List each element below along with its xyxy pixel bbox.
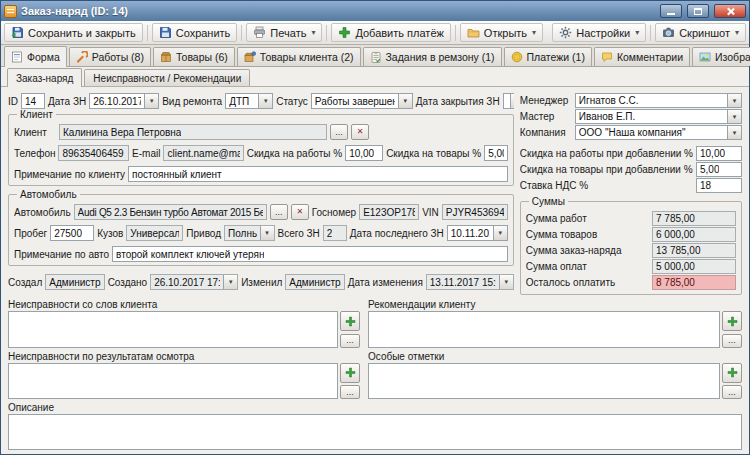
id-label: ID	[8, 96, 18, 107]
vat-field[interactable]: 18	[696, 178, 742, 193]
print-button[interactable]: Печать ▾	[246, 23, 322, 42]
car-name-field[interactable]: Audi Q5 2.3 Бензин турбо Автомат 2015 Бе…	[74, 204, 267, 220]
inspection-faults-textarea[interactable]	[8, 363, 338, 400]
car-lookup-button[interactable]: ...	[270, 204, 288, 220]
phone-value: 89635406459	[62, 148, 123, 159]
screenshot-button[interactable]: Скриншот ▾	[655, 23, 746, 42]
company-field[interactable]: ООО "Наша компания"▾	[575, 125, 742, 140]
dropdown-arrow-icon[interactable]: ▾	[144, 94, 158, 108]
settings-button[interactable]: Настройки ▾	[552, 23, 646, 42]
close-button[interactable]	[714, 4, 746, 18]
tab-comments[interactable]: Комментарии	[594, 47, 690, 66]
client-lookup-button[interactable]: ...	[330, 124, 348, 140]
form-top-section: ID 14 Дата ЗН 26.10.2017▾ Вид ремонта ДТ…	[8, 93, 742, 295]
tab-images[interactable]: Изображения	[692, 47, 750, 66]
tab-label: Комментарии	[617, 51, 683, 63]
dropdown-arrow-icon[interactable]: ▾	[258, 94, 272, 108]
master-field[interactable]: Иванов Е.П.▾	[575, 109, 742, 124]
dropdown-arrow-icon[interactable]: ▾	[727, 126, 741, 139]
client-clear-button[interactable]: ✕	[351, 124, 369, 140]
status-field[interactable]: Работы завершены▾	[311, 93, 413, 109]
add-client-fault-button[interactable]	[340, 311, 360, 331]
tab-form[interactable]: Форма	[4, 46, 67, 67]
total-orders-field[interactable]: 2	[323, 225, 347, 241]
id-field[interactable]: 14	[21, 93, 45, 109]
client-name-field[interactable]: Калинина Вера Петровна	[59, 124, 327, 140]
body-field[interactable]: Универсал	[126, 225, 183, 241]
created-by-field[interactable]: Администратор	[45, 274, 104, 290]
close-date-field[interactable]: ▾	[503, 93, 514, 109]
vin-field[interactable]: PJYR4536942	[442, 204, 508, 220]
phone-field[interactable]: 89635406459	[58, 145, 129, 161]
created-at-field[interactable]: 26.10.2017 17:04▾	[150, 274, 238, 290]
dropdown-arrow-icon[interactable]: ▾	[260, 226, 274, 240]
client-name-value: Калинина Вера Петровна	[63, 127, 181, 138]
drive-field[interactable]: Полный▾	[224, 225, 274, 241]
recommendations-buttons: ...	[722, 311, 742, 348]
client-goods-discount-label: Скидка на товары %	[386, 148, 481, 159]
modified-by-field[interactable]: Администратор	[285, 274, 344, 290]
dropdown-arrow-icon[interactable]: ▾	[493, 226, 507, 240]
client-work-discount-field[interactable]: 10,00	[345, 145, 383, 161]
works-sum-value: 7 785,00	[656, 213, 695, 224]
box-icon	[160, 51, 172, 63]
default-goods-discount-field[interactable]: 5,00	[696, 162, 742, 177]
dropdown-arrow-icon[interactable]: ▾	[499, 275, 513, 289]
description-textarea[interactable]	[8, 414, 742, 450]
client-goods-discount-field[interactable]: 5,00	[484, 145, 508, 161]
plus-icon	[727, 316, 738, 327]
window: Заказ-наряд (ID: 14) Сохранить и закрыть…	[0, 0, 750, 455]
tab-client-goods[interactable]: Товары клиента (2)	[237, 47, 361, 66]
add-inspection-fault-button[interactable]	[340, 363, 360, 383]
audit-row: Создал Администратор Создано 26.10.2017 …	[8, 274, 514, 290]
special-notes-textarea[interactable]	[368, 363, 720, 400]
tab-repair-zone-tasks[interactable]: Задания в ремзону (1)	[363, 47, 502, 66]
maximize-icon	[694, 8, 702, 15]
add-special-note-button[interactable]	[722, 363, 742, 383]
manager-field[interactable]: Игнатов С.С.▾	[575, 93, 742, 108]
minimize-button[interactable]	[660, 4, 682, 18]
tab-payments[interactable]: Платежи (1)	[504, 47, 592, 66]
created-by-label: Создал	[8, 277, 42, 288]
last-order-date-field[interactable]: 10.11.2017▾	[447, 225, 508, 241]
car-note-field[interactable]: второй комплект ключей утерян	[112, 246, 508, 262]
save-close-button[interactable]: Сохранить и закрыть	[4, 23, 143, 42]
email-field[interactable]: client.name@mail.ru	[163, 145, 243, 161]
payments-sum-value: 5 000,00	[656, 261, 695, 272]
recommendations-more-button[interactable]: ...	[722, 334, 742, 348]
dropdown-arrow-icon[interactable]: ▾	[223, 275, 237, 289]
special-notes-more-button[interactable]: ...	[722, 385, 742, 399]
tab-goods[interactable]: Товары (6)	[153, 47, 235, 66]
client-faults-more-button[interactable]: ...	[340, 334, 360, 348]
plus-icon	[345, 367, 356, 378]
works-sum-field: 7 785,00	[652, 211, 736, 226]
default-work-discount-field[interactable]: 10,00	[696, 146, 742, 161]
titlebar: Заказ-наряд (ID: 14)	[1, 1, 749, 21]
default-goods-discount-label: Скидка на товары при добавлении %	[520, 164, 693, 175]
dropdown-arrow-icon[interactable]: ▾	[727, 110, 741, 123]
car-clear-button[interactable]: ✕	[291, 204, 309, 220]
dropdown-arrow-icon[interactable]: ▾	[510, 94, 514, 108]
subtab-faults-recommendations[interactable]: Неисправности / Рекомендации	[84, 69, 250, 86]
tab-works[interactable]: Работы (8)	[69, 47, 151, 66]
dropdown-arrow-icon[interactable]: ▾	[727, 94, 741, 107]
inspection-faults-more-button[interactable]: ...	[340, 385, 360, 399]
order-date-field[interactable]: 26.10.2017▾	[89, 93, 159, 109]
maximize-button[interactable]	[687, 4, 709, 18]
client-faults-buttons: ...	[340, 311, 360, 348]
recommendations-textarea[interactable]	[368, 311, 720, 348]
save-button[interactable]: Сохранить	[152, 23, 238, 42]
subtab-order[interactable]: Заказ-наряд	[7, 68, 82, 87]
close-date-label: Дата закрытия ЗН	[416, 96, 500, 107]
plate-field[interactable]: E123OP178	[359, 204, 419, 220]
add-recommendation-button[interactable]	[722, 311, 742, 331]
modified-at-field[interactable]: 13.11.2017 15:05▾	[426, 274, 514, 290]
repair-type-field[interactable]: ДТП▾	[225, 93, 273, 109]
client-faults-textarea[interactable]	[8, 311, 338, 348]
client-note-field[interactable]: постоянный клиент	[128, 166, 508, 182]
car-name-label: Автомобиль	[14, 207, 71, 218]
dropdown-arrow-icon[interactable]: ▾	[398, 94, 412, 108]
open-button[interactable]: Открыть ▾	[460, 23, 543, 42]
mileage-field[interactable]: 27500	[50, 225, 94, 241]
add-payment-button[interactable]: Добавить платёж	[331, 23, 450, 42]
